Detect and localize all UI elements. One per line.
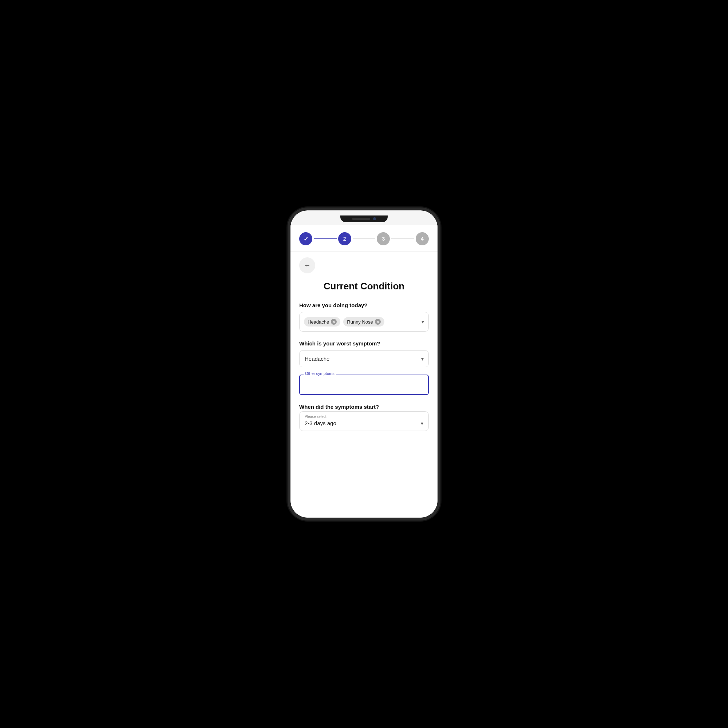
connector-3-4 <box>391 239 414 239</box>
tag-runny-nose-label: Runny Nose <box>347 319 373 325</box>
tag-runny-nose-remove[interactable]: ✕ <box>375 319 381 325</box>
tag-headache[interactable]: Headache ✕ <box>304 317 340 327</box>
symptoms-start-select-outer[interactable]: Please select 2-3 days ago ▾ <box>299 411 429 431</box>
symptoms-dropdown-arrow: ▾ <box>422 319 424 325</box>
phone-frame: ✓ 2 3 4 ← <box>288 208 440 520</box>
connector-1-2 <box>314 239 337 239</box>
question3-label: When did the symptoms start? <box>299 404 429 410</box>
symptoms-tag-select[interactable]: Headache ✕ Runny Nose ✕ ▾ <box>299 312 429 332</box>
symptoms-start-value: 2-3 days ago <box>305 420 421 426</box>
other-symptoms-label: Other symptoms <box>304 371 336 376</box>
tag-runny-nose[interactable]: Runny Nose ✕ <box>343 317 384 327</box>
tag-headache-remove[interactable]: ✕ <box>331 319 337 325</box>
step-3[interactable]: 3 <box>377 232 390 245</box>
worst-symptom-value: Headache <box>305 356 329 362</box>
symptoms-start-arrow-icon: ▾ <box>421 421 423 426</box>
screen-content: ✓ 2 3 4 ← <box>291 225 437 518</box>
form-content: Current Condition How are you doing toda… <box>291 281 437 442</box>
symptoms-start-section: When did the symptoms start? Please sele… <box>299 404 429 431</box>
front-camera <box>373 217 376 220</box>
back-section: ← <box>291 252 437 276</box>
other-symptoms-field-wrapper: Other symptoms <box>299 375 429 395</box>
step-3-label: 3 <box>382 236 385 242</box>
step-4[interactable]: 4 <box>416 232 429 245</box>
question1-label: How are you doing today? <box>299 302 429 308</box>
question2-label: Which is your worst symptom? <box>299 340 429 347</box>
other-symptoms-input[interactable] <box>299 375 429 395</box>
worst-symptom-select[interactable]: Headache ▾ <box>299 350 429 367</box>
speaker <box>352 218 370 220</box>
step-4-label: 4 <box>421 236 424 242</box>
back-arrow-icon: ← <box>304 262 310 269</box>
step-1[interactable]: ✓ <box>299 232 312 245</box>
symptoms-start-float-label: Please select <box>300 412 428 419</box>
phone-notch <box>340 216 388 222</box>
step-2[interactable]: 2 <box>338 232 351 245</box>
step-2-label: 2 <box>343 236 346 242</box>
worst-symptom-arrow-icon: ▾ <box>421 356 424 362</box>
symptoms-start-value-row: 2-3 days ago ▾ <box>300 419 428 431</box>
phone-screen: ✓ 2 3 4 ← <box>291 210 437 518</box>
tag-headache-label: Headache <box>307 319 329 325</box>
page-title: Current Condition <box>299 281 429 292</box>
back-button[interactable]: ← <box>299 257 315 273</box>
connector-2-3 <box>353 239 376 239</box>
step-indicator: ✓ 2 3 4 <box>291 225 437 252</box>
worst-symptom-wrapper: Headache ▾ <box>299 350 429 367</box>
check-icon: ✓ <box>304 236 308 242</box>
